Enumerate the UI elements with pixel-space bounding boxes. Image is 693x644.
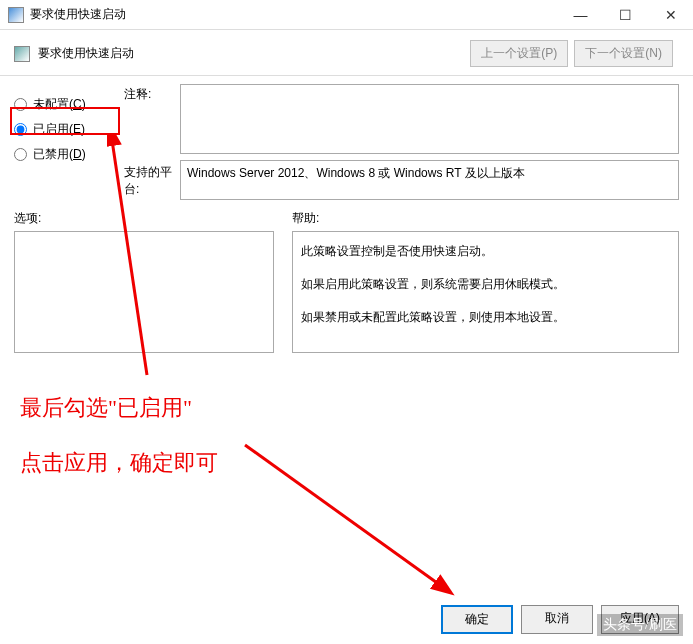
ok-button[interactable]: 确定 xyxy=(441,605,513,634)
radio-disabled-input[interactable] xyxy=(14,148,27,161)
help-text-3: 如果禁用或未配置此策略设置，则使用本地设置。 xyxy=(301,308,670,327)
comment-label: 注释: xyxy=(124,84,180,154)
radio-not-configured[interactable]: 未配置(C) xyxy=(14,96,124,113)
header: 要求使用快速启动 上一个设置(P) 下一个设置(N) xyxy=(0,30,693,75)
radio-enabled[interactable]: 已启用(E) xyxy=(14,121,124,138)
cancel-button[interactable]: 取消 xyxy=(521,605,593,634)
svg-line-1 xyxy=(245,445,440,585)
platform-box: Windows Server 2012、Windows 8 或 Windows … xyxy=(180,160,679,200)
apply-button[interactable]: 应用(A) xyxy=(601,605,679,634)
options-label: 选项: xyxy=(14,210,274,227)
header-title: 要求使用快速启动 xyxy=(38,45,470,62)
help-label: 帮助: xyxy=(292,210,679,227)
divider xyxy=(0,75,693,76)
title-bar: 要求使用快速启动 — ☐ ✕ xyxy=(0,0,693,30)
help-text-1: 此策略设置控制是否使用快速启动。 xyxy=(301,242,670,261)
help-text-2: 如果启用此策略设置，则系统需要启用休眠模式。 xyxy=(301,275,670,294)
help-panel: 此策略设置控制是否使用快速启动。 如果启用此策略设置，则系统需要启用休眠模式。 … xyxy=(292,231,679,353)
window-title: 要求使用快速启动 xyxy=(30,6,558,23)
annotation-arrow-2 xyxy=(240,440,460,600)
policy-icon xyxy=(14,46,30,62)
radio-enabled-input[interactable] xyxy=(14,123,27,136)
minimize-button[interactable]: — xyxy=(558,0,603,30)
radio-disabled[interactable]: 已禁用(D) xyxy=(14,146,124,163)
prev-setting-button[interactable]: 上一个设置(P) xyxy=(470,40,568,67)
radio-not-configured-input[interactable] xyxy=(14,98,27,111)
close-button[interactable]: ✕ xyxy=(648,0,693,30)
next-setting-button[interactable]: 下一个设置(N) xyxy=(574,40,673,67)
options-panel xyxy=(14,231,274,353)
radio-group: 未配置(C) 已启用(E) 已禁用(D) xyxy=(14,84,124,200)
footer-buttons: 确定 取消 应用(A) xyxy=(441,605,679,634)
app-icon xyxy=(8,7,24,23)
comment-input[interactable] xyxy=(180,84,679,154)
annotation-text: 最后勾选"已启用" 点击应用，确定即可 xyxy=(20,380,218,490)
platform-label: 支持的平台: xyxy=(124,160,180,200)
maximize-button[interactable]: ☐ xyxy=(603,0,648,30)
